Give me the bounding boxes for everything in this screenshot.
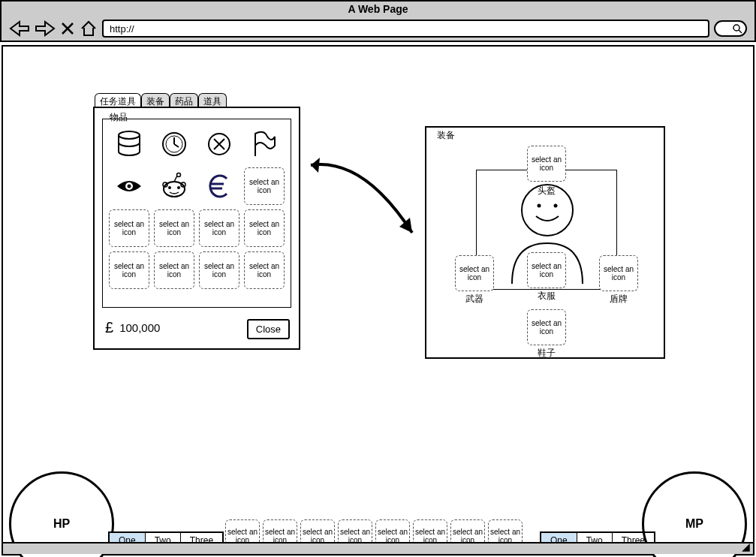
slot-boots-label: 鞋子 [527, 347, 566, 360]
svg-point-1 [119, 131, 140, 139]
item-slot-11[interactable]: select an icon [199, 209, 239, 247]
forward-arrow-icon[interactable] [35, 20, 56, 37]
slot-weapon-label: 武器 [455, 293, 494, 306]
svg-point-12 [177, 173, 181, 177]
reddit-icon [159, 171, 189, 201]
svg-point-14 [538, 204, 541, 208]
slot-weapon[interactable]: select an icon [455, 255, 494, 291]
svg-point-15 [554, 204, 558, 208]
item-grid: select an icon select an icon select an … [103, 119, 291, 295]
item-slot-15[interactable]: select an icon [199, 251, 239, 289]
equipment-legend: 装备 [434, 129, 458, 142]
eye-icon [114, 171, 144, 201]
close-button[interactable]: Close [247, 319, 290, 339]
slot-helmet[interactable]: select an icon [527, 146, 566, 182]
x-circle-icon [204, 129, 234, 159]
svg-point-9 [177, 186, 180, 189]
page-canvas: 任务道具 装备 药品 道具 物品 select an icon select a… [2, 45, 754, 555]
item-slot-3[interactable] [199, 125, 239, 163]
browser-chrome: A Web Page [0, 0, 756, 42]
clock-icon [159, 129, 189, 159]
item-slot-10[interactable]: select an icon [154, 209, 194, 247]
item-slot-8[interactable]: select an icon [244, 167, 285, 205]
item-slot-9[interactable]: select an icon [109, 209, 149, 247]
equipment-body: select an icon 头盔 select an icon 武器 sele… [426, 143, 664, 357]
url-input[interactable] [102, 20, 709, 38]
item-slot-2[interactable] [154, 125, 194, 163]
item-slot-14[interactable]: select an icon [154, 251, 194, 289]
slot-armor-label: 衣服 [527, 290, 566, 303]
hp-label: HP [53, 517, 70, 531]
slot-armor[interactable]: select an icon [527, 252, 566, 288]
equipment-panel: 装备 select an icon 头盔 select an icon 武器 s… [425, 126, 665, 359]
item-slot-16[interactable]: select an icon [244, 251, 285, 289]
mp-label: MP [685, 517, 703, 531]
browser-toolbar [2, 17, 754, 41]
home-icon[interactable] [80, 20, 98, 37]
resize-grip-icon[interactable]: ◢ [742, 540, 750, 552]
item-slot-4[interactable] [244, 125, 285, 163]
status-bar: ◢ [3, 542, 753, 554]
stop-x-icon[interactable] [60, 21, 75, 36]
search-icon [732, 23, 742, 34]
slot-helmet-label: 头盔 [527, 185, 566, 197]
inventory-inner: select an icon select an icon select an … [102, 119, 291, 308]
window-title: A Web Page [2, 2, 754, 17]
search-lozenge[interactable] [714, 20, 747, 37]
database-icon [114, 129, 144, 159]
slot-shield[interactable]: select an icon [599, 255, 638, 291]
item-slot-7[interactable] [199, 167, 239, 205]
svg-point-6 [128, 185, 131, 188]
euro-icon [204, 171, 234, 201]
svg-point-8 [168, 186, 171, 189]
back-arrow-icon[interactable] [9, 20, 30, 37]
slot-boots[interactable]: select an icon [527, 309, 566, 345]
flag-icon [249, 129, 279, 159]
item-slot-6[interactable] [154, 167, 194, 205]
item-slot-5[interactable] [109, 167, 149, 205]
currency-symbol: £ [105, 319, 113, 336]
currency-amount: 100,000 [119, 321, 160, 334]
slot-shield-label: 盾牌 [599, 293, 638, 306]
item-slot-13[interactable]: select an icon [109, 251, 149, 289]
connector-arrow-icon [303, 150, 423, 248]
inventory-panel: 物品 select an icon select an icon select … [93, 107, 300, 350]
item-slot-12[interactable]: select an icon [244, 209, 285, 247]
svg-point-0 [733, 25, 739, 31]
item-slot-1[interactable] [109, 125, 149, 163]
currency-row: £ 100,000 [105, 319, 160, 336]
